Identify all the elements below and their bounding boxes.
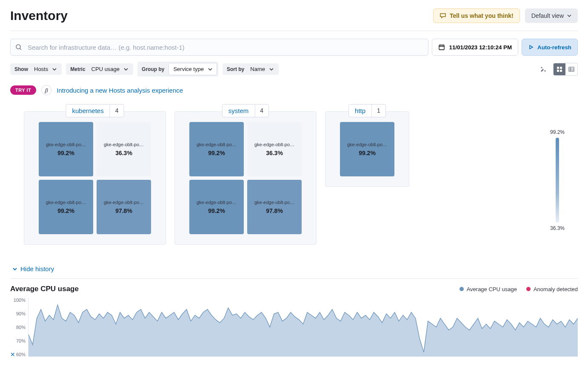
chart-title: Average CPU usage (10, 285, 79, 293)
tile-hostname: gke-edge-oblt-po… (42, 200, 90, 205)
tile-hostname: gke-edge-oblt-po… (100, 142, 148, 147)
tile-hostname: gke-edge-oblt-po… (251, 200, 298, 205)
tile-value: 99.2% (57, 150, 74, 156)
play-icon (528, 44, 534, 50)
chevron-down-icon (208, 67, 212, 71)
chevron-down-icon (269, 67, 274, 71)
table-view-toggle[interactable] (565, 63, 577, 75)
map-view-toggle[interactable] (554, 63, 565, 75)
sort-by-value: Name (250, 66, 265, 72)
hide-history-toggle[interactable]: Hide history (13, 262, 54, 278)
host-tile[interactable]: gke-edge-oblt-po…97.8% (97, 180, 151, 234)
metric-label: Metric (66, 64, 89, 75)
hide-history-label: Hide history (20, 265, 54, 272)
svg-rect-1 (439, 45, 444, 50)
y-axis: 100%90%80%70%60% (10, 298, 26, 357)
group-count: 4 (255, 105, 268, 117)
host-tile[interactable]: gke-edge-oblt-po…99.2% (189, 122, 244, 176)
host-tile[interactable]: gke-edge-oblt-po…99.2% (39, 180, 93, 234)
host-tile[interactable]: gke-edge-oblt-po…99.2% (39, 122, 93, 176)
auto-refresh-button[interactable]: Auto-refresh (522, 39, 578, 56)
default-view-label: Default view (531, 12, 564, 19)
metric-value: CPU usage (91, 66, 120, 72)
metric-filter[interactable]: Metric CPU usage (66, 63, 133, 75)
sort-by-label: Sort by (223, 64, 248, 75)
group-by-value: Service type (173, 66, 204, 72)
chevron-down-icon (52, 67, 57, 71)
date-value: 11/01/2023 12:10:24 PM (449, 44, 512, 51)
chevron-down-icon (124, 67, 128, 71)
default-view-button[interactable]: Default view (525, 9, 578, 23)
group-count: 4 (110, 105, 124, 117)
group-by-filter: Group by Service type (137, 62, 218, 77)
host-tile[interactable]: gke-edge-oblt-po…97.8% (247, 180, 302, 234)
tile-value: 99.2% (359, 150, 376, 156)
close-icon[interactable]: ✕ (10, 351, 15, 357)
try-it-badge: TRY IT (10, 85, 36, 95)
svg-rect-4 (557, 70, 559, 72)
search-icon (15, 44, 22, 51)
tile-hostname: gke-edge-oblt-po… (193, 200, 240, 205)
show-label: Show (10, 64, 32, 75)
group-name[interactable]: system (223, 105, 255, 117)
legend-anomaly: Anomaly detected (526, 286, 578, 292)
show-value: Hosts (34, 66, 48, 72)
dot-icon (460, 287, 464, 291)
tile-value: 99.2% (208, 207, 225, 214)
host-tile[interactable]: gke-edge-oblt-po…36.3% (97, 122, 151, 176)
beta-badge: β (41, 85, 51, 95)
group-by-label: Group by (137, 64, 168, 75)
tile-value: 97.8% (266, 207, 283, 214)
feedback-label: Tell us what you think! (450, 12, 514, 19)
tile-hostname: gke-edge-oblt-po… (193, 142, 240, 147)
cpu-chart[interactable] (28, 298, 578, 357)
group-name[interactable]: http (349, 105, 372, 117)
svg-rect-6 (569, 67, 574, 71)
group-name[interactable]: kubernetes (66, 105, 110, 117)
host-tile[interactable]: gke-edge-oblt-po…99.2% (189, 180, 244, 234)
tile-hostname: gke-edge-oblt-po… (343, 142, 391, 147)
dot-icon (526, 287, 531, 291)
group-card-http: http1gke-edge-oblt-po…99.2% (325, 111, 409, 187)
feedback-button[interactable]: Tell us what you think! (433, 9, 520, 23)
group-card-kubernetes: kubernetes4gke-edge-oblt-po…99.2%gke-edg… (24, 111, 166, 245)
hosts-experience-link[interactable]: Introducing a new Hosts analysis experie… (57, 87, 183, 94)
refresh-label: Auto-refresh (537, 44, 571, 51)
group-count: 1 (372, 105, 385, 117)
tile-hostname: gke-edge-oblt-po… (100, 200, 148, 205)
tile-value: 97.8% (115, 207, 132, 214)
group-by-select[interactable]: Service type (168, 63, 217, 75)
chevron-down-icon (567, 14, 571, 18)
date-picker-button[interactable]: 11/01/2023 12:10:24 PM (432, 39, 518, 56)
host-tile[interactable]: gke-edge-oblt-po…36.3% (247, 122, 302, 176)
show-filter[interactable]: Show Hosts (10, 63, 62, 75)
page-title: Inventory (10, 9, 68, 23)
tile-hostname: gke-edge-oblt-po… (42, 142, 90, 147)
tile-value: 99.2% (208, 150, 225, 156)
legend-min: 36.3% (550, 225, 565, 231)
color-scale-bar (556, 138, 559, 223)
group-card-system: system4gke-edge-oblt-po…99.2%gke-edge-ob… (174, 111, 317, 245)
customize-button[interactable] (537, 63, 550, 76)
sort-by-filter[interactable]: Sort by Name (223, 63, 279, 75)
svg-point-0 (16, 45, 20, 49)
legend-avg-cpu: Average CPU usage (460, 286, 517, 292)
legend-max: 99.2% (550, 129, 565, 135)
calendar-icon (438, 44, 445, 51)
tile-value: 36.3% (266, 150, 283, 156)
search-input[interactable] (10, 39, 428, 56)
comment-icon (440, 12, 446, 19)
svg-rect-5 (560, 70, 562, 72)
svg-rect-2 (557, 67, 559, 69)
host-tile[interactable]: gke-edge-oblt-po…99.2% (340, 122, 394, 176)
svg-rect-3 (560, 67, 562, 69)
chevron-down-icon (13, 267, 17, 271)
tile-value: 99.2% (57, 207, 74, 214)
tile-hostname: gke-edge-oblt-po… (251, 142, 298, 147)
tile-value: 36.3% (115, 150, 132, 156)
